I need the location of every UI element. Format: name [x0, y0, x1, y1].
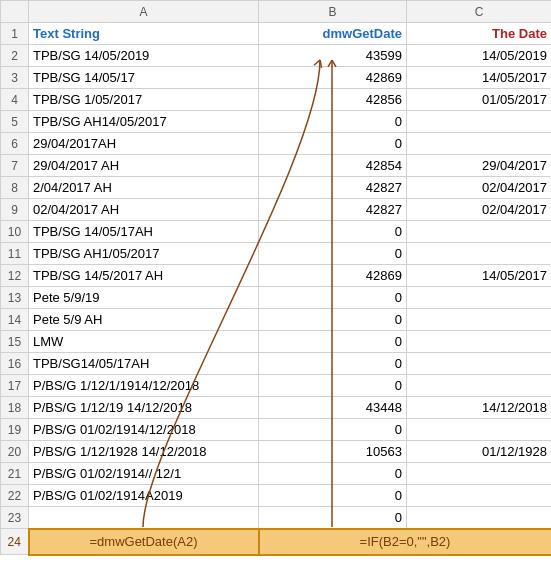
cell-14-b[interactable]: 0 [259, 309, 407, 331]
cell-2-b[interactable]: 43599 [259, 45, 407, 67]
row-num-5: 5 [1, 111, 29, 133]
cell-6-b[interactable]: 0 [259, 133, 407, 155]
cell-15-c[interactable] [407, 331, 552, 353]
cell-8-b[interactable]: 42827 [259, 177, 407, 199]
cell-13-b[interactable]: 0 [259, 287, 407, 309]
cell-3-b[interactable]: 42869 [259, 67, 407, 89]
cell-14-a[interactable]: Pete 5/9 AH [29, 309, 259, 331]
cell-19-a[interactable]: P/BS/G 01/02/1914/12/2018 [29, 419, 259, 441]
cell-9-c[interactable]: 02/04/2017 [407, 199, 552, 221]
spreadsheet-container: A B C 1 Text String dmwGetDate The Date … [0, 0, 551, 556]
row-num-16: 16 [1, 353, 29, 375]
cell-5-c[interactable] [407, 111, 552, 133]
cell-16-a[interactable]: TPB/SG14/05/17AH [29, 353, 259, 375]
row-1: 1 Text String dmwGetDate The Date [1, 23, 552, 45]
row-11: 11TPB/SG AH1/05/20170 [1, 243, 552, 265]
cell-19-c[interactable] [407, 419, 552, 441]
row-num-6: 6 [1, 133, 29, 155]
cell-9-b[interactable]: 42827 [259, 199, 407, 221]
cell-22-c[interactable] [407, 485, 552, 507]
cell-10-b[interactable]: 0 [259, 221, 407, 243]
cell-1-b[interactable]: dmwGetDate [259, 23, 407, 45]
cell-15-a[interactable]: LMW [29, 331, 259, 353]
cell-7-b[interactable]: 42854 [259, 155, 407, 177]
cell-22-a[interactable]: P/BS/G 01/02/1914A2019 [29, 485, 259, 507]
row-3: 3TPB/SG 14/05/174286914/05/2017 [1, 67, 552, 89]
cell-12-a[interactable]: TPB/SG 14/5/2017 AH [29, 265, 259, 287]
cell-11-a[interactable]: TPB/SG AH1/05/2017 [29, 243, 259, 265]
cell-6-c[interactable] [407, 133, 552, 155]
cell-19-b[interactable]: 0 [259, 419, 407, 441]
cell-9-a[interactable]: 02/04/2017 AH [29, 199, 259, 221]
cell-6-a[interactable]: 29/04/2017AH [29, 133, 259, 155]
cell-20-b[interactable]: 10563 [259, 441, 407, 463]
cell-1-a[interactable]: Text String [29, 23, 259, 45]
cell-2-c[interactable]: 14/05/2019 [407, 45, 552, 67]
cell-4-c[interactable]: 01/05/2017 [407, 89, 552, 111]
cell-16-c[interactable] [407, 353, 552, 375]
cell-4-a[interactable]: TPB/SG 1/05/2017 [29, 89, 259, 111]
row-num-18: 18 [1, 397, 29, 419]
row-6: 629/04/2017AH0 [1, 133, 552, 155]
cell-16-b[interactable]: 0 [259, 353, 407, 375]
row-4: 4TPB/SG 1/05/20174285601/05/2017 [1, 89, 552, 111]
cell-10-c[interactable] [407, 221, 552, 243]
col-c-header[interactable]: C [407, 1, 552, 23]
row-num-20: 20 [1, 441, 29, 463]
cell-21-b[interactable]: 0 [259, 463, 407, 485]
row-num-11: 11 [1, 243, 29, 265]
cell-21-c[interactable] [407, 463, 552, 485]
cell-18-c[interactable]: 14/12/2018 [407, 397, 552, 419]
cell-20-a[interactable]: P/BS/G 1/12/1928 14/12/2018 [29, 441, 259, 463]
formula-cell-a[interactable]: =dmwGetDate(A2) [29, 529, 259, 555]
row-num-2: 2 [1, 45, 29, 67]
cell-22-b[interactable]: 0 [259, 485, 407, 507]
cell-17-a[interactable]: P/BS/G 1/12/1/1914/12/2018 [29, 375, 259, 397]
row-12: 12TPB/SG 14/5/2017 AH4286914/05/2017 [1, 265, 552, 287]
cell-3-c[interactable]: 14/05/2017 [407, 67, 552, 89]
col-b-header[interactable]: B [259, 1, 407, 23]
cell-13-c[interactable] [407, 287, 552, 309]
cell-23-b[interactable]: 0 [259, 507, 407, 529]
row-num-22: 22 [1, 485, 29, 507]
row-2: 2TPB/SG 14/05/20194359914/05/2019 [1, 45, 552, 67]
row-22: 22P/BS/G 01/02/1914A20190 [1, 485, 552, 507]
cell-2-a[interactable]: TPB/SG 14/05/2019 [29, 45, 259, 67]
cell-21-a[interactable]: P/BS/G 01/02/1914// 12/1 [29, 463, 259, 485]
cell-7-a[interactable]: 29/04/2017 AH [29, 155, 259, 177]
row-num-10: 10 [1, 221, 29, 243]
cell-14-c[interactable] [407, 309, 552, 331]
cell-5-b[interactable]: 0 [259, 111, 407, 133]
col-a-header[interactable]: A [29, 1, 259, 23]
cell-23-c[interactable] [407, 507, 552, 529]
cell-15-b[interactable]: 0 [259, 331, 407, 353]
row-num-23: 23 [1, 507, 29, 529]
cell-11-c[interactable] [407, 243, 552, 265]
cell-17-c[interactable] [407, 375, 552, 397]
row-num-17: 17 [1, 375, 29, 397]
cell-11-b[interactable]: 0 [259, 243, 407, 265]
cell-1-c[interactable]: The Date [407, 23, 552, 45]
row-10: 10TPB/SG 14/05/17AH0 [1, 221, 552, 243]
cell-4-b[interactable]: 42856 [259, 89, 407, 111]
row-num-15: 15 [1, 331, 29, 353]
row-14: 14Pete 5/9 AH0 [1, 309, 552, 331]
cell-5-a[interactable]: TPB/SG AH14/05/2017 [29, 111, 259, 133]
cell-8-a[interactable]: 2/04/2017 AH [29, 177, 259, 199]
cell-7-c[interactable]: 29/04/2017 [407, 155, 552, 177]
cell-20-c[interactable]: 01/12/1928 [407, 441, 552, 463]
row-num-21: 21 [1, 463, 29, 485]
cell-17-b[interactable]: 0 [259, 375, 407, 397]
cell-3-a[interactable]: TPB/SG 14/05/17 [29, 67, 259, 89]
cell-23-a[interactable] [29, 507, 259, 529]
cell-12-b[interactable]: 42869 [259, 265, 407, 287]
row-8: 82/04/2017 AH4282702/04/2017 [1, 177, 552, 199]
formula-cell-b[interactable]: =IF(B2=0,"",B2) [259, 529, 552, 555]
row-15: 15LMW0 [1, 331, 552, 353]
cell-10-a[interactable]: TPB/SG 14/05/17AH [29, 221, 259, 243]
cell-8-c[interactable]: 02/04/2017 [407, 177, 552, 199]
cell-12-c[interactable]: 14/05/2017 [407, 265, 552, 287]
cell-13-a[interactable]: Pete 5/9/19 [29, 287, 259, 309]
cell-18-b[interactable]: 43448 [259, 397, 407, 419]
cell-18-a[interactable]: P/BS/G 1/12/19 14/12/2018 [29, 397, 259, 419]
